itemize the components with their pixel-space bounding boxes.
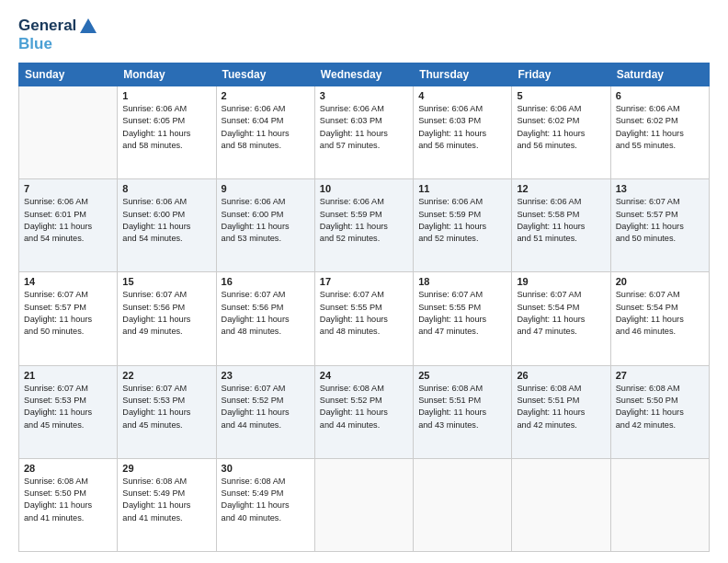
day-info: Sunrise: 6:06 AMSunset: 6:03 PMDaylight:…	[418, 103, 506, 152]
day-number: 6	[616, 90, 704, 101]
day-number: 14	[24, 276, 112, 287]
day-info: Sunrise: 6:08 AMSunset: 5:50 PMDaylight:…	[616, 383, 704, 431]
day-number: 9	[222, 183, 310, 194]
calendar-cell: 11Sunrise: 6:06 AMSunset: 5:59 PMDayligh…	[414, 179, 512, 272]
calendar-week-4: 21Sunrise: 6:07 AMSunset: 5:53 PMDayligh…	[19, 365, 710, 458]
day-number: 19	[517, 276, 605, 287]
calendar-cell: 21Sunrise: 6:07 AMSunset: 5:53 PMDayligh…	[19, 365, 118, 458]
logo-blue: Blue	[18, 35, 98, 53]
day-number: 5	[517, 90, 605, 101]
day-number: 20	[616, 276, 704, 287]
day-number: 29	[122, 463, 210, 474]
day-info: Sunrise: 6:08 AMSunset: 5:49 PMDaylight:…	[122, 476, 210, 524]
calendar-cell	[19, 86, 118, 179]
calendar-week-5: 28Sunrise: 6:08 AMSunset: 5:50 PMDayligh…	[19, 458, 710, 551]
calendar-cell: 3Sunrise: 6:06 AMSunset: 6:03 PMDaylight…	[314, 86, 413, 179]
day-info: Sunrise: 6:06 AMSunset: 5:59 PMDaylight:…	[320, 196, 408, 245]
header: General Blue	[18, 17, 710, 53]
day-number: 22	[122, 370, 210, 381]
day-info: Sunrise: 6:06 AMSunset: 5:58 PMDaylight:…	[517, 196, 605, 245]
calendar-cell: 25Sunrise: 6:08 AMSunset: 5:51 PMDayligh…	[414, 365, 512, 458]
day-number: 4	[418, 90, 506, 101]
day-info: Sunrise: 6:07 AMSunset: 5:53 PMDaylight:…	[122, 383, 210, 431]
day-number: 30	[222, 463, 310, 474]
day-info: Sunrise: 6:07 AMSunset: 5:52 PMDaylight:…	[222, 383, 310, 431]
calendar-table: SundayMondayTuesdayWednesdayThursdayFrid…	[18, 63, 710, 552]
day-info: Sunrise: 6:07 AMSunset: 5:54 PMDaylight:…	[616, 289, 704, 338]
calendar-week-1: 1Sunrise: 6:06 AMSunset: 6:05 PMDaylight…	[19, 86, 710, 179]
calendar-cell: 7Sunrise: 6:06 AMSunset: 6:01 PMDaylight…	[19, 179, 118, 272]
calendar-cell: 24Sunrise: 6:08 AMSunset: 5:52 PMDayligh…	[314, 365, 413, 458]
calendar-cell: 18Sunrise: 6:07 AMSunset: 5:55 PMDayligh…	[414, 272, 512, 365]
day-info: Sunrise: 6:08 AMSunset: 5:51 PMDaylight:…	[418, 383, 506, 431]
day-info: Sunrise: 6:06 AMSunset: 6:05 PMDaylight:…	[122, 103, 210, 152]
calendar-cell: 8Sunrise: 6:06 AMSunset: 6:00 PMDaylight…	[118, 179, 216, 272]
logo-text: General	[18, 17, 98, 37]
day-info: Sunrise: 6:06 AMSunset: 6:02 PMDaylight:…	[616, 103, 704, 152]
day-info: Sunrise: 6:07 AMSunset: 5:56 PMDaylight:…	[122, 289, 210, 338]
calendar-cell: 15Sunrise: 6:07 AMSunset: 5:56 PMDayligh…	[118, 272, 216, 365]
page: General Blue SundayMondayTuesdayWednesda…	[0, 0, 728, 563]
day-info: Sunrise: 6:08 AMSunset: 5:50 PMDaylight:…	[24, 476, 112, 524]
calendar-cell: 1Sunrise: 6:06 AMSunset: 6:05 PMDaylight…	[118, 86, 216, 179]
day-info: Sunrise: 6:06 AMSunset: 6:03 PMDaylight:…	[320, 103, 408, 152]
day-info: Sunrise: 6:07 AMSunset: 5:57 PMDaylight:…	[24, 289, 112, 338]
day-number: 25	[418, 370, 506, 381]
calendar-cell: 29Sunrise: 6:08 AMSunset: 5:49 PMDayligh…	[118, 458, 216, 551]
day-info: Sunrise: 6:06 AMSunset: 6:00 PMDaylight:…	[122, 196, 210, 245]
day-number: 3	[320, 90, 408, 101]
calendar-cell	[314, 458, 413, 551]
day-number: 1	[122, 90, 210, 101]
calendar-cell: 6Sunrise: 6:06 AMSunset: 6:02 PMDaylight…	[610, 86, 709, 179]
calendar-cell: 27Sunrise: 6:08 AMSunset: 5:50 PMDayligh…	[610, 365, 709, 458]
weekday-header-row: SundayMondayTuesdayWednesdayThursdayFrid…	[19, 63, 710, 86]
day-number: 24	[320, 370, 408, 381]
day-number: 18	[418, 276, 506, 287]
day-number: 21	[24, 370, 112, 381]
day-info: Sunrise: 6:07 AMSunset: 5:55 PMDaylight:…	[320, 289, 408, 338]
day-info: Sunrise: 6:07 AMSunset: 5:57 PMDaylight:…	[616, 196, 704, 245]
day-number: 28	[24, 463, 112, 474]
day-number: 15	[122, 276, 210, 287]
day-number: 27	[616, 370, 704, 381]
day-info: Sunrise: 6:08 AMSunset: 5:52 PMDaylight:…	[320, 383, 408, 431]
calendar-cell: 5Sunrise: 6:06 AMSunset: 6:02 PMDaylight…	[512, 86, 610, 179]
calendar-cell: 23Sunrise: 6:07 AMSunset: 5:52 PMDayligh…	[216, 365, 314, 458]
day-info: Sunrise: 6:07 AMSunset: 5:55 PMDaylight:…	[418, 289, 506, 338]
calendar-cell: 28Sunrise: 6:08 AMSunset: 5:50 PMDayligh…	[19, 458, 118, 551]
calendar-cell: 20Sunrise: 6:07 AMSunset: 5:54 PMDayligh…	[610, 272, 709, 365]
calendar-cell: 19Sunrise: 6:07 AMSunset: 5:54 PMDayligh…	[512, 272, 610, 365]
calendar-header: SundayMondayTuesdayWednesdayThursdayFrid…	[19, 63, 710, 86]
day-number: 2	[222, 90, 310, 101]
calendar-cell: 30Sunrise: 6:08 AMSunset: 5:49 PMDayligh…	[216, 458, 314, 551]
day-number: 11	[418, 183, 506, 194]
calendar-cell: 26Sunrise: 6:08 AMSunset: 5:51 PMDayligh…	[512, 365, 610, 458]
calendar-body: 1Sunrise: 6:06 AMSunset: 6:05 PMDaylight…	[19, 86, 710, 552]
day-info: Sunrise: 6:08 AMSunset: 5:49 PMDaylight:…	[222, 476, 310, 524]
calendar-week-2: 7Sunrise: 6:06 AMSunset: 6:01 PMDaylight…	[19, 179, 710, 272]
calendar-cell: 9Sunrise: 6:06 AMSunset: 6:00 PMDaylight…	[216, 179, 314, 272]
day-info: Sunrise: 6:07 AMSunset: 5:56 PMDaylight:…	[222, 289, 310, 338]
calendar-cell	[610, 458, 709, 551]
svg-marker-0	[80, 18, 97, 33]
calendar-cell: 13Sunrise: 6:07 AMSunset: 5:57 PMDayligh…	[610, 179, 709, 272]
day-info: Sunrise: 6:07 AMSunset: 5:54 PMDaylight:…	[517, 289, 605, 338]
calendar-cell: 12Sunrise: 6:06 AMSunset: 5:58 PMDayligh…	[512, 179, 610, 272]
day-number: 26	[517, 370, 605, 381]
calendar-cell: 2Sunrise: 6:06 AMSunset: 6:04 PMDaylight…	[216, 86, 314, 179]
weekday-sunday: Sunday	[19, 63, 118, 86]
day-info: Sunrise: 6:07 AMSunset: 5:53 PMDaylight:…	[24, 383, 112, 431]
calendar-cell: 17Sunrise: 6:07 AMSunset: 5:55 PMDayligh…	[314, 272, 413, 365]
weekday-thursday: Thursday	[414, 63, 512, 86]
day-info: Sunrise: 6:06 AMSunset: 6:00 PMDaylight:…	[222, 196, 310, 245]
day-info: Sunrise: 6:06 AMSunset: 6:02 PMDaylight:…	[517, 103, 605, 152]
day-number: 12	[517, 183, 605, 194]
logo: General Blue	[18, 17, 98, 53]
calendar-cell: 10Sunrise: 6:06 AMSunset: 5:59 PMDayligh…	[314, 179, 413, 272]
weekday-wednesday: Wednesday	[314, 63, 413, 86]
day-info: Sunrise: 6:06 AMSunset: 6:01 PMDaylight:…	[24, 196, 112, 245]
day-number: 17	[320, 276, 408, 287]
day-number: 7	[24, 183, 112, 194]
weekday-monday: Monday	[118, 63, 216, 86]
day-info: Sunrise: 6:08 AMSunset: 5:51 PMDaylight:…	[517, 383, 605, 431]
